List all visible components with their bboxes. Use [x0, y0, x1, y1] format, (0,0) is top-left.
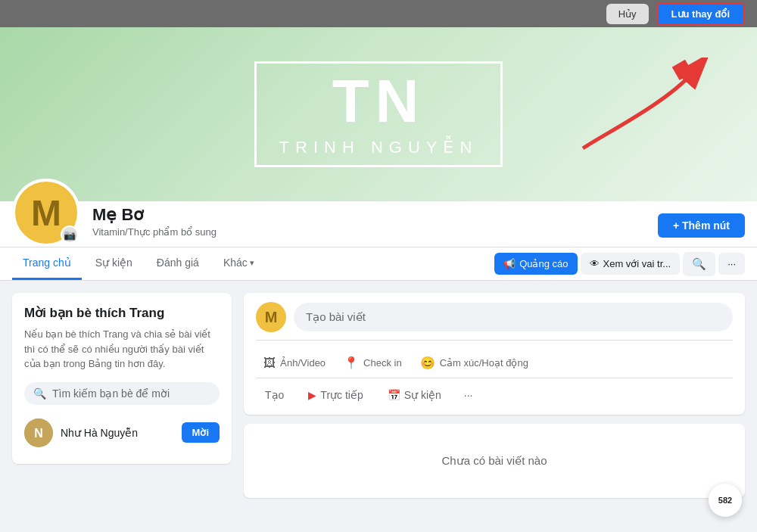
- check-in-button[interactable]: 📍 Check in: [336, 351, 410, 375]
- search-friend-box[interactable]: 🔍 Tìm kiếm bạn bè để mời: [24, 382, 220, 405]
- tab-trang-chu[interactable]: Trang chủ: [12, 247, 82, 280]
- nav-tabs: Trang chủ Sự kiện Đánh giá Khác ▾ 📢 Quản…: [0, 247, 757, 281]
- chevron-down-icon: ▾: [250, 258, 254, 268]
- invite-title: Mời bạn bè thích Trang: [24, 305, 220, 321]
- friend-name: Như Hà Nguyễn: [61, 427, 174, 439]
- top-bar: Hủy Lưu thay đổi: [0, 0, 757, 27]
- eye-icon: 👁: [590, 258, 600, 269]
- right-content: M Tạo bài viết 🖼 Ảnh/Video 📍 Check in 😊 …: [244, 293, 745, 498]
- add-button[interactable]: + Thêm nút: [658, 213, 745, 238]
- tab-khac[interactable]: Khác ▾: [213, 247, 265, 280]
- red-arrow-annotation: [575, 58, 712, 156]
- profile-section: M 📷 Mẹ Bơ Vitamin/Thực phẩm bổ sung + Th…: [0, 201, 757, 247]
- svg-marker-1: [672, 60, 693, 80]
- post-more-button[interactable]: ···: [456, 384, 481, 406]
- calendar-icon: 📅: [388, 389, 400, 401]
- profile-name: Mẹ Bơ: [92, 205, 646, 225]
- empty-state: Chưa có bài viết nào: [244, 424, 745, 498]
- cover-tn-box: TN TRINH NGUYỄN: [254, 61, 503, 167]
- emoji-icon: 😊: [420, 356, 435, 370]
- search-button[interactable]: 🔍: [683, 252, 715, 276]
- cover-photo: TN TRINH NGUYỄN: [0, 27, 757, 201]
- tao-button[interactable]: Tạo: [256, 384, 293, 406]
- empty-state-text: Chưa có bài viết nào: [441, 454, 547, 467]
- create-post-button[interactable]: Tạo bài viết: [294, 303, 733, 331]
- avatar-wrapper: M 📷: [12, 179, 80, 247]
- svg-marker-2: [681, 61, 700, 80]
- tab-su-kien[interactable]: Sự kiện: [85, 247, 143, 280]
- profile-subtitle: Vitamin/Thực phẩm bổ sung: [92, 226, 646, 238]
- invite-button[interactable]: Mời: [182, 422, 220, 443]
- tab-khac-label: Khác: [223, 257, 248, 269]
- svg-text:N: N: [34, 427, 43, 440]
- emotion-label: Cảm xúc/Hoạt động: [440, 357, 528, 369]
- truc-tiep-button[interactable]: ▶ Trực tiếp: [299, 384, 372, 406]
- main-content: Mời bạn bè thích Trang Nếu bạn bè thích …: [0, 281, 757, 510]
- photo-video-button[interactable]: 🖼 Ảnh/Video: [256, 351, 333, 375]
- quang-cao-label: Quảng cáo: [519, 258, 568, 269]
- save-button[interactable]: Lưu thay đổi: [656, 2, 745, 26]
- post-creation-box: M Tạo bài viết 🖼 Ảnh/Video 📍 Check in 😊 …: [244, 293, 745, 415]
- cancel-button[interactable]: Hủy: [606, 4, 649, 24]
- quang-cao-button[interactable]: 📢 Quảng cáo: [494, 253, 577, 275]
- emotion-button[interactable]: 😊 Cảm xúc/Hoạt động: [413, 351, 536, 375]
- xem-vai-tro-button[interactable]: 👁 Xem với vai tr...: [581, 253, 681, 275]
- megaphone-icon: 📢: [503, 258, 516, 269]
- left-sidebar: Mời bạn bè thích Trang Nếu bạn bè thích …: [12, 293, 232, 498]
- photo-icon: 🖼: [263, 356, 276, 370]
- more-button[interactable]: ···: [718, 253, 745, 275]
- photo-video-label: Ảnh/Video: [280, 357, 326, 369]
- list-item: N Như Hà Nguyễn Mời: [24, 414, 220, 452]
- cover-name: TRINH NGUYỄN: [279, 138, 478, 157]
- check-in-label: Check in: [363, 357, 402, 369]
- search-friend-icon: 🔍: [33, 387, 46, 400]
- search-friend-placeholder: Tìm kiếm bạn bè để mời: [52, 387, 170, 400]
- cover-initials: TN: [279, 71, 478, 132]
- camera-icon[interactable]: 📷: [61, 226, 79, 244]
- su-kien-button[interactable]: 📅 Sự kiện: [378, 384, 450, 406]
- truc-tiep-label: Trực tiếp: [320, 389, 363, 401]
- profile-info: Mẹ Bơ Vitamin/Thực phẩm bổ sung: [92, 205, 646, 247]
- post-actions-row: 🖼 Ảnh/Video 📍 Check in 😊 Cảm xúc/Hoạt độ…: [256, 348, 733, 375]
- tab-danh-gia[interactable]: Đánh giá: [146, 247, 210, 280]
- live-icon: ▶: [308, 389, 316, 401]
- profile-actions: + Thêm nút: [658, 213, 745, 247]
- post-actions-row2: Tạo ▶ Trực tiếp 📅 Sự kiện ···: [256, 378, 733, 406]
- post-create-row: M Tạo bài viết: [256, 302, 733, 341]
- friend-avatar: N: [24, 418, 53, 447]
- post-avatar: M: [256, 302, 286, 332]
- location-icon: 📍: [344, 356, 359, 370]
- invite-friends-card: Mời bạn bè thích Trang Nếu bạn bè thích …: [12, 293, 232, 464]
- xem-vai-tro-label: Xem với vai tr...: [603, 258, 671, 269]
- invite-desc: Nếu bạn bè thích Trang và chia sẻ bài vi…: [24, 327, 220, 372]
- friend-avatar-img: N: [24, 418, 53, 447]
- su-kien-label: Sự kiện: [404, 389, 441, 401]
